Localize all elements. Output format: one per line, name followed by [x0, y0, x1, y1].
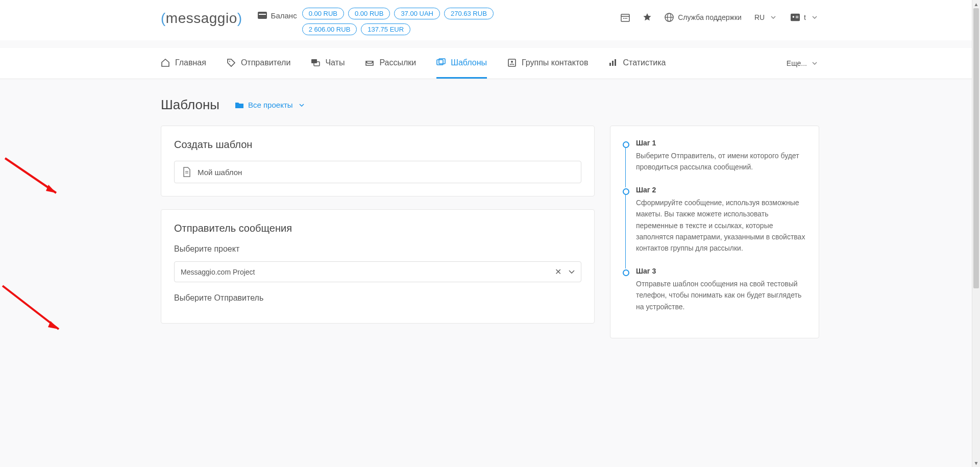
step-text: Сформируйте сообщение, используя возможн… — [636, 197, 806, 254]
balance-chips: 0.00 RUB 0.00 RUB 37.00 UAH 270.63 RUB 2… — [302, 8, 522, 35]
chevron-down-icon — [810, 13, 819, 22]
steps-card: Шаг 1 Выберите Отправитель, от имени кот… — [610, 126, 819, 338]
create-template-card: Создать шаблон — [161, 126, 595, 196]
svg-rect-10 — [791, 14, 800, 21]
home-icon — [161, 58, 170, 67]
svg-rect-22 — [612, 61, 614, 66]
nav-statistics-label: Статистика — [623, 58, 666, 67]
balance-chip[interactable]: 0.00 RUB — [302, 8, 344, 19]
main-nav: Главная Отправители Чаты Рассылки Шаблон… — [0, 48, 980, 79]
nav-more[interactable]: Еще... — [787, 59, 819, 68]
user-menu[interactable]: t — [791, 13, 819, 22]
language-label: RU — [754, 13, 765, 21]
calendar-icon — [621, 13, 630, 22]
svg-rect-23 — [615, 59, 616, 66]
svg-point-6 — [626, 18, 627, 19]
nav-statistics[interactable]: Статистика — [608, 48, 666, 79]
calendar-button[interactable] — [621, 13, 630, 22]
step-text: Отправьте шаблон сообщения на свой тесто… — [636, 278, 806, 312]
nav-senders-label: Отправители — [241, 58, 290, 67]
chevron-down-icon[interactable] — [569, 270, 575, 274]
brand-logo[interactable]: messaggio — [161, 8, 242, 27]
contacts-icon — [507, 58, 517, 67]
balance-label: Баланс — [258, 8, 297, 20]
balance-area: Баланс 0.00 RUB 0.00 RUB 37.00 UAH 270.6… — [258, 8, 522, 35]
template-name-input[interactable] — [198, 168, 573, 177]
document-icon — [182, 167, 191, 177]
nav-home[interactable]: Главная — [161, 48, 206, 79]
project-select[interactable]: Messaggio.com Project ✕ — [174, 261, 581, 282]
step-title: Шаг 2 — [636, 186, 806, 194]
step-text: Выберите Отправитель, от имени которого … — [636, 150, 806, 173]
svg-rect-13 — [796, 17, 798, 18]
svg-point-11 — [793, 16, 795, 18]
wallet-icon — [258, 11, 267, 20]
id-card-icon — [791, 13, 800, 22]
folder-icon — [235, 101, 244, 110]
svg-point-20 — [511, 61, 513, 63]
chevron-down-icon — [769, 13, 778, 22]
language-selector[interactable]: RU — [754, 13, 778, 22]
support-label: Служба поддержки — [678, 13, 742, 21]
svg-rect-12 — [796, 16, 798, 16]
balance-label-text: Баланс — [271, 11, 297, 20]
balance-chip[interactable]: 37.00 UAH — [394, 8, 440, 19]
step-title: Шаг 1 — [636, 139, 806, 147]
scrollbar-thumb[interactable] — [973, 8, 979, 288]
projects-filter[interactable]: Все проекты — [235, 101, 306, 110]
svg-point-4 — [623, 18, 624, 19]
star-icon — [643, 13, 652, 22]
nav-chats-label: Чаты — [325, 58, 345, 67]
balance-chip[interactable]: 2 606.00 RUB — [302, 23, 357, 35]
svg-rect-0 — [258, 12, 267, 19]
nav-contact-groups-label: Группы контактов — [522, 58, 588, 67]
svg-point-14 — [229, 61, 230, 62]
chat-icon — [311, 58, 320, 67]
header-tools: Служба поддержки RU t — [621, 8, 819, 22]
step-item: Шаг 1 Выберите Отправитель, от имени кот… — [621, 139, 806, 173]
scroll-up-icon[interactable]: ▲ — [972, 0, 980, 8]
select-sender-label: Выберите Отправитель — [174, 293, 581, 303]
inbox-icon — [365, 58, 374, 67]
balance-chip[interactable]: 270.63 RUB — [444, 8, 494, 19]
step-item: Шаг 3 Отправьте шаблон сообщения на свой… — [621, 267, 806, 312]
svg-rect-1 — [259, 14, 266, 15]
nav-campaigns[interactable]: Рассылки — [365, 48, 416, 79]
nav-contact-groups[interactable]: Группы контактов — [507, 48, 588, 79]
svg-rect-21 — [609, 63, 611, 66]
sender-section-heading: Отправитель сообщения — [174, 223, 581, 234]
page: Шаблоны Все проекты Создать шаблон — [0, 79, 980, 356]
globe-icon — [665, 13, 674, 22]
select-project-label: Выберите проект — [174, 244, 581, 254]
chart-icon — [608, 58, 618, 67]
nav-campaigns-label: Рассылки — [379, 58, 416, 67]
scrollbar[interactable]: ▲ ▼ — [972, 0, 980, 356]
support-link[interactable]: Служба поддержки — [665, 13, 742, 22]
nav-home-label: Главная — [175, 58, 206, 67]
template-name-input-wrap[interactable] — [174, 161, 581, 183]
nav-chats[interactable]: Чаты — [311, 48, 345, 79]
template-icon — [436, 58, 446, 67]
page-title: Шаблоны — [161, 97, 219, 113]
create-template-heading: Создать шаблон — [174, 139, 581, 151]
sender-card: Отправитель сообщения Выберите проект Me… — [161, 209, 595, 324]
chevron-down-icon — [297, 101, 306, 110]
project-select-value: Messaggio.com Project — [181, 268, 548, 276]
nav-senders[interactable]: Отправители — [227, 48, 290, 79]
nav-templates-label: Шаблоны — [451, 58, 487, 67]
step-title: Шаг 3 — [636, 267, 806, 275]
balance-chip[interactable]: 0.00 RUB — [348, 8, 390, 19]
projects-filter-label: Все проекты — [248, 101, 293, 109]
step-item: Шаг 2 Сформируйте сообщение, используя в… — [621, 186, 806, 254]
favorites-button[interactable] — [643, 13, 652, 22]
top-bar: messaggio Баланс 0.00 RUB 0.00 RUB 37.00… — [0, 0, 980, 40]
nav-more-label: Еще... — [787, 59, 807, 67]
clear-project-button[interactable]: ✕ — [552, 267, 565, 277]
chevron-down-icon — [810, 59, 819, 68]
nav-templates[interactable]: Шаблоны — [436, 48, 487, 79]
tag-icon — [227, 58, 236, 67]
user-short-label: t — [804, 13, 806, 21]
balance-chip[interactable]: 137.75 EUR — [361, 23, 410, 35]
svg-point-5 — [625, 18, 626, 19]
